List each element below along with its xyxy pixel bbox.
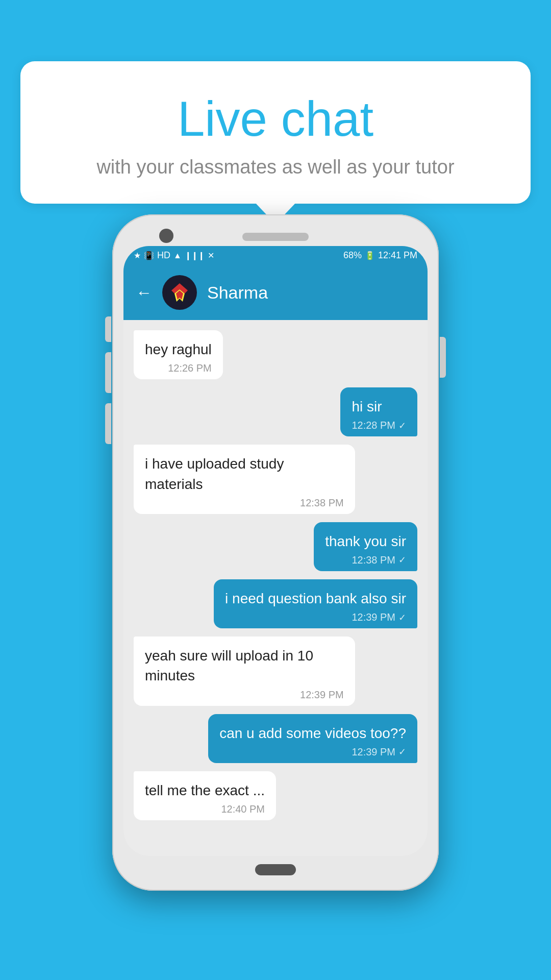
- message-text: thank you sir: [325, 531, 406, 551]
- message-time: 12:38 PM: [300, 497, 344, 509]
- hd-label: HD: [157, 250, 170, 261]
- avatar: [162, 275, 197, 310]
- message-row: hi sir12:28 PM✓: [134, 387, 417, 436]
- signal-icon: ❙❙❙: [185, 251, 205, 260]
- message-meta: 12:40 PM: [145, 803, 265, 815]
- phone-screen: ★ 📳 HD ▲ ❙❙❙ ✕ 68% 🔋 12:41 PM ←: [123, 246, 428, 856]
- time-display: 12:41 PM: [378, 250, 417, 261]
- message-time: 12:26 PM: [168, 362, 212, 374]
- message-meta: 12:26 PM: [145, 362, 212, 374]
- message-row: i have uploaded study materials12:38 PM: [134, 445, 417, 513]
- message-time: 12:40 PM: [221, 803, 265, 815]
- message-time: 12:39 PM: [352, 746, 395, 758]
- message-text: tell me the exact ...: [145, 780, 265, 800]
- message-bubble: tell me the exact ...12:40 PM: [134, 771, 276, 820]
- message-row: tell me the exact ...12:40 PM: [134, 771, 417, 820]
- check-mark-icon: ✓: [398, 420, 406, 431]
- message-time: 12:39 PM: [352, 611, 395, 623]
- message-row: yeah sure will upload in 10 minutes12:39…: [134, 636, 417, 705]
- bubble-title: Live chat: [51, 92, 500, 146]
- vibrate-icon: 📳: [144, 251, 154, 260]
- message-meta: 12:38 PM: [145, 497, 344, 509]
- message-meta: 12:28 PM✓: [352, 420, 406, 431]
- message-bubble: yeah sure will upload in 10 minutes12:39…: [134, 636, 355, 705]
- home-indicator[interactable]: [255, 864, 296, 875]
- speaker: [242, 233, 309, 241]
- app-bar: ← Sharma: [123, 265, 428, 320]
- message-text: hey raghul: [145, 339, 212, 359]
- speech-bubble: Live chat with your classmates as well a…: [20, 61, 531, 204]
- phone-mockup: ★ 📳 HD ▲ ❙❙❙ ✕ 68% 🔋 12:41 PM ←: [112, 214, 439, 891]
- message-text: hi sir: [352, 397, 406, 416]
- battery-icon: 🔋: [365, 251, 375, 260]
- power-button: [440, 337, 446, 378]
- message-bubble: i need question bank also sir12:39 PM✓: [214, 579, 417, 628]
- message-meta: 12:38 PM✓: [325, 554, 406, 566]
- chat-area[interactable]: hey raghul12:26 PMhi sir12:28 PM✓i have …: [123, 320, 428, 856]
- mute-button: [105, 316, 111, 342]
- check-mark-icon: ✓: [398, 746, 406, 757]
- message-meta: 12:39 PM✓: [219, 746, 406, 758]
- message-time: 12:28 PM: [352, 420, 395, 431]
- back-button[interactable]: ←: [136, 283, 152, 302]
- phone-bottom-bar: [123, 856, 428, 879]
- message-bubble: hey raghul12:26 PM: [134, 330, 223, 379]
- signal-x-icon: ✕: [208, 251, 214, 260]
- message-row: hey raghul12:26 PM: [134, 330, 417, 379]
- message-bubble: hi sir12:28 PM✓: [340, 387, 417, 436]
- status-bar-left: ★ 📳 HD ▲ ❙❙❙ ✕: [134, 250, 214, 261]
- contact-name: Sharma: [207, 283, 268, 303]
- message-text: i need question bank also sir: [225, 589, 406, 608]
- message-meta: 12:39 PM✓: [225, 611, 406, 623]
- message-row: thank you sir12:38 PM✓: [134, 522, 417, 571]
- volume-down-button: [105, 403, 111, 444]
- speech-bubble-container: Live chat with your classmates as well a…: [20, 61, 531, 204]
- message-meta: 12:39 PM: [145, 689, 344, 701]
- status-bar-right: 68% 🔋 12:41 PM: [343, 250, 417, 261]
- wifi-icon: ▲: [173, 251, 182, 260]
- phone-outer: ★ 📳 HD ▲ ❙❙❙ ✕ 68% 🔋 12:41 PM ←: [112, 214, 439, 891]
- battery-percent: 68%: [343, 250, 362, 261]
- check-mark-icon: ✓: [398, 612, 406, 623]
- message-text: i have uploaded study materials: [145, 454, 344, 494]
- volume-up-button: [105, 352, 111, 393]
- phone-top-bar: [123, 226, 428, 246]
- camera: [159, 229, 173, 243]
- status-bar: ★ 📳 HD ▲ ❙❙❙ ✕ 68% 🔋 12:41 PM: [123, 246, 428, 265]
- message-time: 12:38 PM: [352, 554, 395, 566]
- superman-icon: [166, 279, 193, 306]
- message-bubble: i have uploaded study materials12:38 PM: [134, 445, 355, 513]
- check-mark-icon: ✓: [398, 554, 406, 566]
- bubble-subtitle: with your classmates as well as your tut…: [51, 156, 500, 178]
- message-bubble: thank you sir12:38 PM✓: [314, 522, 417, 571]
- message-text: yeah sure will upload in 10 minutes: [145, 646, 344, 685]
- message-text: can u add some videos too??: [219, 723, 406, 743]
- message-row: i need question bank also sir12:39 PM✓: [134, 579, 417, 628]
- message-row: can u add some videos too??12:39 PM✓: [134, 714, 417, 763]
- message-time: 12:39 PM: [300, 689, 344, 701]
- bluetooth-icon: ★: [134, 251, 141, 260]
- message-bubble: can u add some videos too??12:39 PM✓: [208, 714, 417, 763]
